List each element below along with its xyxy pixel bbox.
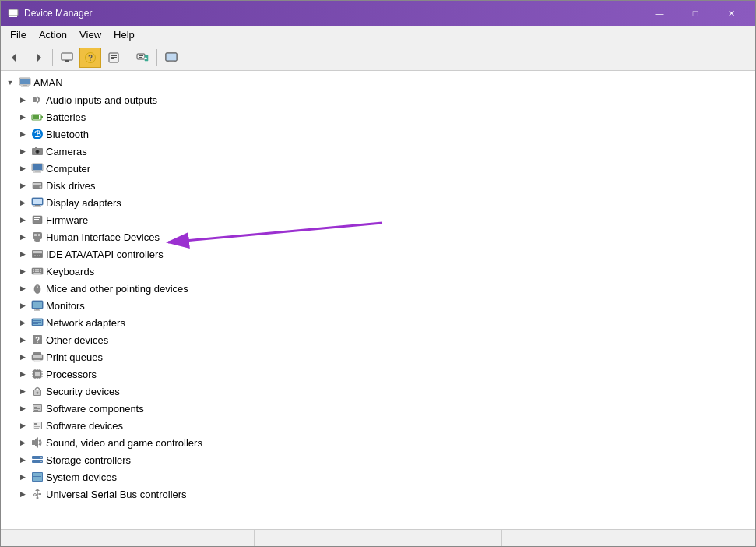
expand-button[interactable]: ▶	[16, 145, 29, 157]
list-item[interactable]: ▶ Sound, video and game controllers	[1, 434, 755, 451]
tree-item-label: Network adapters	[46, 317, 125, 329]
expand-button[interactable]: ▶	[16, 333, 29, 346]
expand-button[interactable]: ▶	[16, 453, 29, 466]
list-item[interactable]: ▶ Firmware	[1, 211, 755, 228]
svg-rect-34	[35, 147, 37, 149]
list-item[interactable]: ▶	[1, 263, 755, 280]
svg-rect-75	[36, 309, 39, 310]
svg-rect-125	[33, 478, 39, 478]
expand-button[interactable]: ▶	[16, 248, 29, 260]
svg-rect-123	[33, 475, 41, 475]
expand-button[interactable]: ▶	[16, 128, 29, 140]
expand-button[interactable]: ▶	[16, 111, 29, 123]
svg-point-120	[40, 461, 42, 462]
expand-button[interactable]: ▶	[16, 368, 29, 380]
svg-rect-36	[33, 164, 42, 170]
storage-icon	[31, 453, 44, 466]
expand-button[interactable]: ▶	[16, 316, 29, 329]
svg-rect-109	[34, 408, 40, 409]
list-item[interactable]: ▶ Cameras	[1, 143, 755, 160]
window-controls: — □ ✕	[642, 1, 749, 26]
list-item[interactable]: ▶ Human Interface Devices	[1, 228, 755, 245]
tree-item-label: Sound, video and game controllers	[46, 437, 202, 449]
tree-item-label: Storage controllers	[46, 454, 131, 466]
svg-rect-80	[33, 322, 41, 323]
list-item[interactable]: ▶ Print queues	[1, 348, 755, 365]
expand-button[interactable]: ▶	[16, 385, 29, 397]
tree-item-label: Bluetooth	[46, 129, 89, 140]
back-button[interactable]	[4, 48, 26, 68]
minimize-button[interactable]: —	[642, 1, 677, 26]
tree-item-label: Batteries	[46, 111, 86, 123]
expand-button[interactable]: ▶	[16, 94, 29, 106]
list-item[interactable]: ▶ IDE ATA/ATAPI controllers	[1, 245, 755, 263]
expand-button[interactable]: ▶	[16, 471, 29, 483]
expand-button[interactable]: ▶	[16, 265, 29, 277]
forward-button[interactable]	[27, 48, 49, 68]
list-item[interactable]: ▶ Software devices	[1, 417, 755, 434]
expand-button[interactable]: ▶	[16, 402, 29, 415]
expand-button[interactable]: ▶	[16, 419, 29, 432]
tree-item-label: Human Interface Devices	[46, 231, 160, 243]
list-item[interactable]: ▶ Software components	[1, 400, 755, 417]
svg-rect-67	[37, 271, 39, 273]
title-bar: Device Manager — □ ✕	[1, 1, 755, 26]
expand-button[interactable]: ▶	[16, 214, 29, 226]
list-item[interactable]: ▶ Display adapters	[1, 194, 755, 211]
display-button[interactable]	[160, 48, 182, 68]
close-button[interactable]: ✕	[713, 1, 749, 26]
collapse-root-button[interactable]: ▼	[4, 76, 16, 89]
expand-button[interactable]: ▶	[16, 299, 29, 312]
list-item[interactable]: ▶ Monitors	[1, 297, 755, 314]
tree-item-label: System devices	[46, 471, 117, 483]
expand-button[interactable]: ▶	[16, 282, 29, 295]
expand-button[interactable]: ▶	[16, 351, 29, 363]
expand-button[interactable]: ▶	[16, 179, 29, 192]
menu-file[interactable]: File	[4, 26, 33, 44]
list-item[interactable]: ▶ ? Other devices	[1, 331, 755, 348]
svg-rect-63	[37, 269, 39, 270]
tree-root[interactable]: ▼ AMAN	[1, 74, 755, 91]
expand-button[interactable]: ▶	[16, 488, 29, 500]
svg-rect-23	[23, 85, 27, 86]
list-item[interactable]: ▶ Network adapters	[1, 314, 755, 331]
svg-rect-13	[111, 57, 117, 58]
computer-button[interactable]	[56, 48, 78, 68]
list-item[interactable]: ▶ Mice and other pointing devices	[1, 280, 755, 297]
list-item[interactable]: ▶ ℬ Bluetooth	[1, 125, 755, 143]
svg-point-72	[37, 287, 38, 288]
update-driver-button[interactable]	[132, 48, 153, 68]
svg-rect-49	[34, 221, 40, 221]
list-item[interactable]: ▶ Computer	[1, 160, 755, 177]
svg-rect-16	[139, 55, 143, 56]
list-item[interactable]: ▶ Storage controllers	[1, 451, 755, 468]
list-item[interactable]: ▶ Batteries	[1, 108, 755, 125]
list-item[interactable]: ▶ Audio inputs and outputs	[1, 91, 755, 108]
expand-button[interactable]: ▶	[16, 162, 29, 175]
help-button[interactable]: ?	[79, 48, 101, 68]
svg-rect-68	[40, 271, 41, 273]
display-icon	[31, 196, 44, 209]
properties-button[interactable]	[103, 48, 125, 68]
expand-button[interactable]: ▶	[16, 231, 29, 243]
expand-button[interactable]: ▶	[16, 436, 29, 449]
tree-item-label: Monitors	[46, 300, 85, 312]
expand-button[interactable]: ▶	[16, 196, 29, 209]
svg-rect-15	[137, 54, 145, 59]
list-item[interactable]: ▶ Security devices	[1, 383, 755, 400]
svg-rect-64	[40, 269, 41, 270]
maximize-button[interactable]: □	[677, 1, 713, 26]
svg-rect-6	[62, 53, 72, 60]
computer-root-icon	[19, 76, 31, 89]
list-item[interactable]: ▶	[1, 365, 755, 383]
list-item[interactable]: ▶ Universal Serial Bus controllers	[1, 485, 755, 503]
svg-rect-50	[33, 232, 42, 239]
bluetooth-icon: ℬ	[31, 128, 44, 140]
menu-view[interactable]: View	[73, 26, 107, 44]
menu-action[interactable]: Action	[33, 26, 73, 44]
tree-item-label: IDE ATA/ATAPI controllers	[46, 249, 164, 260]
list-item[interactable]: ▶ Disk drives	[1, 177, 755, 194]
menu-help[interactable]: Help	[107, 26, 141, 44]
svg-rect-52	[38, 234, 40, 236]
list-item[interactable]: ▶ System devices	[1, 468, 755, 485]
